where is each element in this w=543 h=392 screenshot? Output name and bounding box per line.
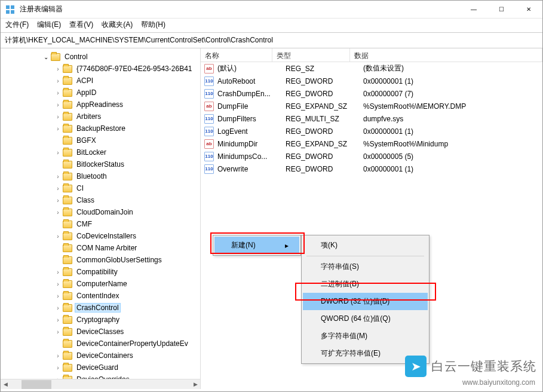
tree-pane[interactable]: ⌄Control›{7746D80F-97E0-4E26-9543-26B41›…	[1, 48, 201, 389]
tree-item[interactable]: ›CI	[1, 182, 200, 194]
tree-item[interactable]: ›Cryptography	[1, 314, 200, 326]
col-type[interactable]: 类型	[272, 48, 350, 62]
chevron-right-icon[interactable]: ›	[54, 90, 62, 96]
value-name: Overwrite	[217, 165, 286, 173]
value-row[interactable]: 110DumpFiltersREG_MULTI_SZdumpfve.sys	[201, 112, 542, 125]
menu-file[interactable]: 文件(F)	[5, 20, 29, 30]
chevron-right-icon[interactable]: ›	[54, 233, 62, 240]
submenu-string[interactable]: 字符串值(S)	[303, 258, 428, 275]
submenu-binary[interactable]: 二进制值(B)	[303, 275, 428, 293]
chevron-right-icon[interactable]: ›	[54, 353, 62, 359]
chevron-right-icon[interactable]: ›	[54, 149, 62, 156]
tree-item[interactable]: ›ACPI	[1, 75, 200, 87]
chevron-right-icon[interactable]: ›	[54, 305, 62, 311]
submenu-key[interactable]: 项(K)	[303, 237, 428, 254]
chevron-right-icon[interactable]: ›	[54, 78, 62, 84]
scroll-left-icon[interactable]: ◀	[1, 379, 11, 390]
chevron-right-icon[interactable]: ›	[54, 281, 62, 287]
folder-icon	[63, 292, 72, 300]
value-row[interactable]: 110AutoRebootREG_DWORD0x00000001 (1)	[201, 75, 542, 87]
list-header: 名称 类型 数据	[201, 48, 542, 62]
binary-value-icon: 110	[204, 152, 214, 161]
value-type: REG_MULTI_SZ	[286, 115, 363, 123]
tree-item-label: ACPI	[75, 76, 95, 85]
chevron-right-icon[interactable]: ›	[54, 329, 62, 335]
menu-view[interactable]: 查看(V)	[69, 20, 93, 30]
chevron-right-icon[interactable]: ›	[54, 317, 62, 323]
tree-item[interactable]: ›AppID	[1, 87, 200, 99]
value-name: MinidumpDir	[217, 140, 286, 148]
chevron-right-icon[interactable]: ›	[54, 102, 62, 108]
value-type: REG_EXPAND_SZ	[286, 102, 363, 111]
tree-item[interactable]: ›DeviceClasses	[1, 326, 200, 338]
tree-item[interactable]: ›ComputerName	[1, 278, 200, 290]
tree-item[interactable]: ›DeviceContainers	[1, 350, 200, 362]
value-data: 0x00000005 (5)	[363, 152, 542, 161]
scroll-thumb[interactable]	[22, 380, 51, 389]
menu-favorites[interactable]: 收藏夹(A)	[102, 20, 133, 30]
tree-item[interactable]: ›Compatibility	[1, 266, 200, 278]
tree-item[interactable]: ›BackupRestore	[1, 122, 200, 134]
value-rows: ab(默认)REG_SZ(数值未设置)110AutoRebootREG_DWOR…	[201, 62, 542, 175]
registry-tree: ⌄Control›{7746D80F-97E0-4E26-9543-26B41›…	[1, 51, 200, 385]
value-row[interactable]: 110LogEventREG_DWORD0x00000001 (1)	[201, 125, 542, 137]
scroll-right-icon[interactable]: ▶	[191, 379, 201, 390]
chevron-right-icon[interactable]: ›	[54, 125, 62, 132]
string-value-icon: ab	[204, 102, 214, 111]
tree-item[interactable]: ›CoDeviceInstallers	[1, 230, 200, 242]
value-row[interactable]: abDumpFileREG_EXPAND_SZ%SystemRoot%\MEMO…	[201, 100, 542, 112]
chevron-right-icon[interactable]: ›	[54, 209, 62, 216]
watermark: ➤ 白云一键重装系统	[405, 356, 536, 377]
chevron-right-icon[interactable]: ›	[54, 293, 62, 299]
tree-scrollbar-horizontal[interactable]: ◀ ▶	[1, 379, 201, 389]
minimize-button[interactable]: —	[460, 1, 487, 19]
value-row[interactable]: 110OverwriteREG_DWORD0x00000001 (1)	[201, 163, 542, 175]
chevron-right-icon[interactable]: ›	[54, 365, 62, 371]
tree-item[interactable]: ›ContentIndex	[1, 290, 200, 302]
binary-value-icon: 110	[204, 164, 214, 174]
submenu-dword32[interactable]: DWORD (32 位)值(D)	[303, 293, 428, 310]
chevron-right-icon[interactable]: ›	[54, 173, 62, 180]
col-name[interactable]: 名称	[201, 48, 272, 62]
value-row[interactable]: abMinidumpDirREG_EXPAND_SZ%SystemRoot%\M…	[201, 137, 542, 150]
close-button[interactable]: ✕	[515, 1, 542, 19]
tree-item[interactable]: ›CrashControl	[1, 302, 200, 314]
maximize-button[interactable]: ☐	[487, 1, 515, 19]
tree-item[interactable]: BitlockerStatus	[1, 158, 200, 170]
tree-item[interactable]: ›Class	[1, 194, 200, 206]
chevron-right-icon[interactable]: ›	[54, 66, 62, 72]
chevron-right-icon[interactable]: ›	[54, 269, 62, 275]
value-data: 0x00000001 (1)	[363, 77, 542, 85]
tree-item[interactable]: ›{7746D80F-97E0-4E26-9543-26B41	[1, 63, 200, 75]
submenu-separator	[306, 256, 424, 256]
tree-item[interactable]: ›AppReadiness	[1, 99, 200, 111]
tree-item[interactable]: ›Bluetooth	[1, 170, 200, 182]
submenu-multistring[interactable]: 多字符串值(M)	[303, 327, 428, 345]
menu-edit[interactable]: 编辑(E)	[37, 20, 61, 30]
submenu-qword64[interactable]: QWORD (64 位)值(Q)	[303, 310, 428, 327]
context-menu-new[interactable]: 新建(N) ▸	[214, 237, 299, 254]
value-row[interactable]: 110MinidumpsCo...REG_DWORD0x00000005 (5)	[201, 150, 542, 163]
menu-help[interactable]: 帮助(H)	[141, 20, 165, 30]
chevron-down-icon[interactable]: ⌄	[42, 54, 50, 60]
value-row[interactable]: 110CrashDumpEn...REG_DWORD0x00000007 (7)	[201, 87, 542, 100]
tree-item[interactable]: COM Name Arbiter	[1, 242, 200, 254]
address-bar[interactable]: 计算机\HKEY_LOCAL_MACHINE\SYSTEM\CurrentCon…	[1, 33, 542, 48]
value-row[interactable]: ab(默认)REG_SZ(数值未设置)	[201, 62, 542, 75]
chevron-right-icon[interactable]: ›	[54, 114, 62, 120]
tree-item[interactable]: ⌄Control	[1, 51, 200, 63]
tree-item[interactable]: CMF	[1, 218, 200, 230]
tree-item[interactable]: ›Arbiters	[1, 111, 200, 122]
tree-item[interactable]: BGFX	[1, 134, 200, 146]
chevron-right-icon[interactable]: ›	[54, 185, 62, 192]
tree-item[interactable]: ›CloudDomainJoin	[1, 206, 200, 218]
app-icon	[5, 5, 15, 14]
value-list-pane[interactable]: 名称 类型 数据 ab(默认)REG_SZ(数值未设置)110AutoReboo…	[201, 48, 542, 389]
value-name: DumpFile	[217, 102, 286, 111]
tree-item[interactable]: ›DeviceGuard	[1, 362, 200, 373]
chevron-right-icon[interactable]: ›	[54, 197, 62, 204]
tree-item[interactable]: CommonGlobUserSettings	[1, 254, 200, 266]
tree-item[interactable]: DeviceContainerPropertyUpdateEv	[1, 338, 200, 350]
tree-item[interactable]: ›BitLocker	[1, 146, 200, 158]
col-data[interactable]: 数据	[350, 48, 542, 62]
